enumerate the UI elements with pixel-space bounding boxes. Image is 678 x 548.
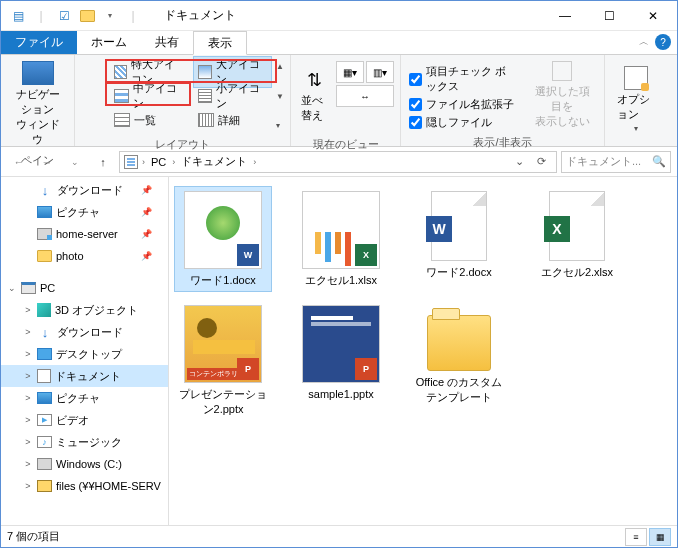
search-input[interactable]: ドキュメント... 🔍 (561, 151, 671, 173)
tree-item[interactable]: >↓ダウンロード (1, 321, 168, 343)
tree-item-label: ドキュメント (55, 369, 121, 384)
file-thumbnail: W (184, 191, 262, 269)
tree-item[interactable]: ⌄PC (1, 277, 168, 299)
layout-small-icons[interactable]: 小アイコン (193, 80, 273, 112)
tree-item[interactable]: >ドキュメント (1, 365, 168, 387)
tree-item-label: 3D オブジェクト (55, 303, 138, 318)
tree-item[interactable]: >3D オブジェクト (1, 299, 168, 321)
collapse-ribbon-icon[interactable]: ︿ (639, 35, 649, 49)
file-item[interactable]: Office のカスタム テンプレート (411, 301, 507, 420)
chevron-right-icon[interactable]: › (140, 157, 147, 167)
tree-item-label: デスクトップ (56, 347, 122, 362)
file-label: ワード2.docx (426, 265, 491, 279)
tab-file[interactable]: ファイル (1, 31, 77, 54)
group-label-layout: レイアウト (79, 135, 286, 154)
file-item[interactable]: Psample1.pptx (293, 301, 389, 420)
ribbon-tabs: ファイル ホーム 共有 表示 ︿ ? (1, 31, 677, 55)
properties-icon[interactable]: ▤ (7, 5, 29, 27)
tree-item-label: photo (56, 250, 84, 262)
details-view-button[interactable]: ≡ (625, 528, 647, 546)
qat-separator: | (122, 5, 144, 27)
content-area: ↓ダウンロード📌ピクチャ📌home-server📌photo📌⌄PC>3D オブ… (1, 177, 677, 529)
tree-item-label: ピクチャ (56, 205, 100, 220)
group-label-show-hide: 表示/非表示 (405, 133, 600, 152)
file-label: エクセル2.xlsx (541, 265, 613, 279)
sort-icon: ⇅ (307, 69, 322, 91)
help-icon[interactable]: ? (655, 34, 671, 50)
layout-list[interactable]: 一覧 (109, 112, 189, 129)
tab-share[interactable]: 共有 (141, 31, 193, 54)
search-icon: 🔍 (652, 155, 666, 168)
tree-item[interactable]: >ミュージック (1, 431, 168, 453)
refresh-icon[interactable]: ⟳ (530, 155, 552, 168)
breadcrumb-documents[interactable]: ドキュメント (179, 154, 249, 169)
group-by-button[interactable]: ▦▾ (336, 61, 364, 83)
back-button[interactable]: ← (7, 150, 31, 174)
tree-item[interactable]: home-server📌 (1, 223, 168, 245)
tree-item-label: files (¥¥HOME-SERV (56, 480, 161, 492)
window-title: ドキュメント (144, 7, 543, 24)
address-dropdown-icon[interactable]: ⌄ (508, 155, 530, 168)
layout-scroll[interactable]: ▲▼▾ (276, 62, 286, 130)
tree-item[interactable]: >Windows (C:) (1, 453, 168, 475)
tab-view[interactable]: 表示 (193, 31, 247, 55)
hide-selected-button: 選択した項目を 表示しない (524, 57, 600, 133)
navigation-pane-icon (22, 61, 54, 85)
check-file-extensions[interactable]: ファイル名拡張子 (409, 97, 516, 112)
navigation-pane-button[interactable]: ナビゲーション ウィンドウ (5, 57, 70, 151)
qat-dropdown-icon[interactable]: ▾ (99, 5, 121, 27)
options-button[interactable]: オプション ▾ (609, 62, 663, 137)
tree-item-label: ダウンロード (57, 183, 123, 198)
tree-item[interactable]: >files (¥¥HOME-SERV (1, 475, 168, 497)
file-label: エクセル1.xlsx (305, 273, 377, 287)
file-thumbnail: P (302, 305, 380, 383)
layout-medium-icons[interactable]: 中アイコン (109, 80, 189, 112)
file-view[interactable]: Wワード1.docxXエクセル1.xlsxワード2.docxエクセル2.xlsx… (169, 177, 677, 529)
file-thumbnail: コンテンポラリ フォト アルP (184, 305, 262, 383)
tree-item-label: ビデオ (56, 413, 89, 428)
layout-details[interactable]: 詳細 (193, 112, 273, 129)
tree-item-label: Windows (C:) (56, 458, 122, 470)
check-hidden-files[interactable]: 隠しファイル (409, 115, 516, 130)
tree-item[interactable]: >ビデオ (1, 409, 168, 431)
sort-button[interactable]: ⇅ 並べ替え (295, 65, 334, 127)
icons-view-button[interactable]: ▦ (649, 528, 671, 546)
tree-item[interactable]: >ピクチャ (1, 387, 168, 409)
breadcrumb-pc[interactable]: PC (149, 156, 168, 168)
qat-separator: | (30, 5, 52, 27)
file-item[interactable]: ワード2.docx (411, 187, 507, 291)
chevron-right-icon[interactable]: › (170, 157, 177, 167)
close-button[interactable]: ✕ (631, 2, 675, 30)
tree-item-label: home-server (56, 228, 118, 240)
tab-home[interactable]: ホーム (77, 31, 141, 54)
file-label: ワード1.docx (190, 273, 255, 287)
chevron-right-icon[interactable]: › (251, 157, 258, 167)
file-item[interactable]: Wワード1.docx (175, 187, 271, 291)
tree-item-label: ピクチャ (56, 391, 100, 406)
file-thumbnail (431, 191, 487, 261)
file-item[interactable]: Xエクセル1.xlsx (293, 187, 389, 291)
file-label: プレゼンテーション2.pptx (179, 387, 267, 416)
tree-item[interactable]: photo📌 (1, 245, 168, 267)
file-thumbnail (427, 315, 491, 371)
maximize-button[interactable]: ☐ (587, 2, 631, 30)
file-item[interactable]: エクセル2.xlsx (529, 187, 625, 291)
tree-item[interactable]: ↓ダウンロード📌 (1, 179, 168, 201)
ribbon: ナビゲーション ウィンドウ ペイン 特大アイコン 大アイコン 中アイコン 小アイ… (1, 55, 677, 147)
folder-icon (76, 5, 98, 27)
tree-item-label: ミュージック (56, 435, 122, 450)
checkbox-icon[interactable]: ☑ (53, 5, 75, 27)
file-thumbnail: X (302, 191, 380, 269)
tree-item[interactable]: ピクチャ📌 (1, 201, 168, 223)
file-item[interactable]: コンテンポラリ フォト アルPプレゼンテーション2.pptx (175, 301, 271, 420)
tree-item[interactable]: >デスクトップ (1, 343, 168, 365)
address-folder-icon (124, 155, 138, 169)
forward-button: → (35, 150, 59, 174)
check-item-checkboxes[interactable]: 項目チェック ボックス (409, 64, 516, 94)
tree-item-label: ダウンロード (57, 325, 123, 340)
navigation-tree[interactable]: ↓ダウンロード📌ピクチャ📌home-server📌photo📌⌄PC>3D オブ… (1, 177, 169, 529)
minimize-button[interactable]: ― (543, 2, 587, 30)
add-columns-button[interactable]: ▥▾ (366, 61, 394, 83)
size-columns-button[interactable]: ↔ (336, 85, 394, 107)
file-label: sample1.pptx (308, 387, 373, 401)
